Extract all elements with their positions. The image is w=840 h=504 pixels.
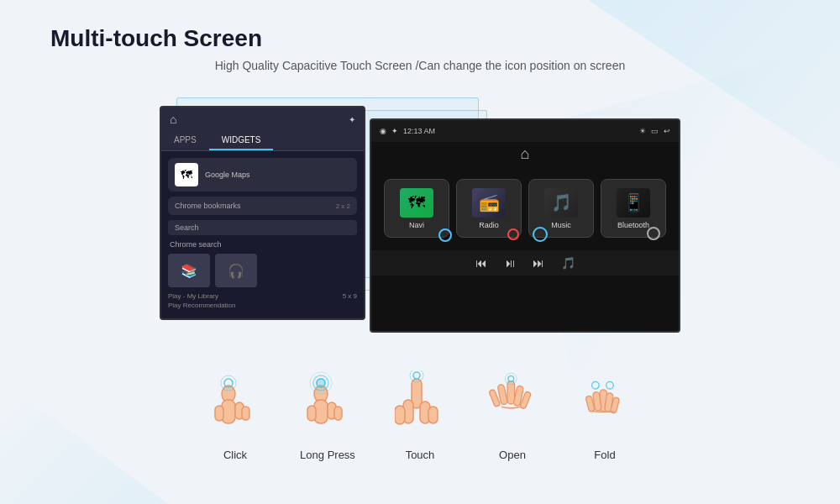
page-subtitle: High Quality Capacitive Touch Screen /Ca…	[50, 59, 790, 72]
play-rec: Play Recommendation	[168, 302, 357, 309]
gesture-touch: Touch	[391, 366, 449, 461]
svg-rect-20	[428, 407, 438, 423]
gesture-open: Open	[483, 366, 542, 461]
svg-rect-4	[242, 407, 249, 420]
play-size: 5 x 9	[343, 292, 357, 300]
thumb-books: 📚	[168, 254, 210, 287]
gesture-click: Click	[206, 366, 265, 461]
music-btn[interactable]: 🎵	[561, 256, 575, 270]
car-screen: ◉ ✦ 12:13 AM ☀ ▭ ↩ ⌂ 🗺 Navi	[370, 118, 680, 333]
navi-label: Navi	[409, 221, 424, 229]
fold-label: Fold	[594, 449, 615, 461]
car-app-grid: 🗺 Navi 📻 Radio 🎵 Music	[371, 166, 679, 246]
app-item-chrome: Chrome bookmarks 2 x 2	[168, 197, 357, 215]
car-status-left: ◉ ✦ 12:13 AM	[380, 127, 435, 135]
bluetooth-label: Bluetooth	[617, 221, 649, 229]
radio-icon: 📻	[472, 188, 506, 218]
car-bottom-bar: ⏮ ⏯ ⏭ 🎵	[371, 250, 679, 276]
gesture-fold: Fold	[575, 366, 634, 461]
car-top-bar: ◉ ✦ 12:13 AM ☀ ▭ ↩	[371, 120, 679, 142]
bluetooth-circle	[647, 227, 660, 240]
svg-rect-3	[215, 406, 223, 421]
svg-point-35	[592, 381, 600, 389]
navi-icon: 🗺	[400, 188, 433, 218]
app-name-maps: Google Maps	[205, 171, 350, 179]
home-icon: ⌂	[371, 142, 679, 166]
play-pause-btn[interactable]: ⏯	[504, 256, 516, 270]
svg-rect-19	[395, 406, 405, 424]
music-icon: 🎵	[544, 188, 578, 218]
app-item-maps: 🗺 Google Maps	[168, 158, 357, 192]
radio-circle	[507, 228, 519, 240]
car-app-navi[interactable]: 🗺 Navi	[384, 179, 449, 238]
bluetooth-icon: ✦	[391, 127, 398, 135]
android-top-bar: ⌂ ✦	[161, 108, 364, 131]
android-tabs: APPS WIDGETS	[161, 131, 364, 151]
svg-rect-11	[334, 407, 342, 420]
brightness-icon: ☀	[639, 127, 646, 135]
time-display: 12:13 AM	[403, 127, 435, 135]
open-icon	[483, 366, 542, 442]
click-label: Click	[223, 449, 247, 461]
maps-icon: 🗺	[175, 163, 198, 186]
car-app-radio[interactable]: 📻 Radio	[456, 179, 522, 238]
bluetooth-app-icon: 📱	[617, 188, 650, 218]
next-btn[interactable]: ⏭	[533, 256, 544, 270]
gesture-long-press: Long Press	[298, 366, 357, 461]
android-screen: ⌂ ✦ APPS WIDGETS 🗺 Google Maps Chrome bo…	[160, 106, 365, 320]
long-press-label: Long Press	[300, 449, 355, 461]
svg-point-21	[413, 372, 420, 379]
search-bar: Search	[168, 220, 357, 235]
touch-label: Touch	[406, 449, 435, 461]
long-press-icon	[298, 366, 357, 442]
touch-icon	[391, 366, 449, 442]
navi-circle	[438, 228, 452, 242]
car-status-right: ☀ ▭ ↩	[639, 127, 670, 135]
open-label: Open	[499, 449, 526, 461]
svg-point-36	[606, 381, 614, 389]
music-circle	[533, 227, 548, 242]
car-app-music[interactable]: 🎵 Music	[528, 179, 594, 238]
tab-widgets[interactable]: WIDGETS	[209, 131, 274, 150]
play-label: Play - My Library	[168, 292, 218, 300]
svg-rect-10	[307, 406, 316, 421]
click-icon	[206, 366, 265, 442]
tab-apps[interactable]: APPS	[161, 131, 209, 150]
back-icon: ↩	[664, 127, 670, 135]
thumb-headphones: 🎧	[215, 254, 257, 287]
screen-icon: ▭	[651, 127, 659, 135]
radio-label: Radio	[479, 221, 499, 229]
gestures-row: Click Long Press	[50, 366, 790, 461]
fold-icon	[575, 366, 634, 442]
chrome-search-label: Chrome search	[168, 240, 357, 249]
gps-icon: ◉	[380, 127, 386, 135]
prev-btn[interactable]: ⏮	[475, 256, 487, 270]
android-body: 🗺 Google Maps Chrome bookmarks 2 x 2 Sea…	[161, 151, 364, 316]
page-title: Multi-touch Screen	[50, 25, 790, 52]
music-label: Music	[551, 221, 571, 229]
app-row-media: 📚 🎧	[168, 254, 357, 287]
play-row: Play - My Library 5 x 9	[168, 292, 357, 300]
car-app-bluetooth[interactable]: 📱 Bluetooth	[601, 179, 666, 238]
screens-container: ⌂ ✦ APPS WIDGETS 🗺 Google Maps Chrome bo…	[160, 97, 680, 341]
